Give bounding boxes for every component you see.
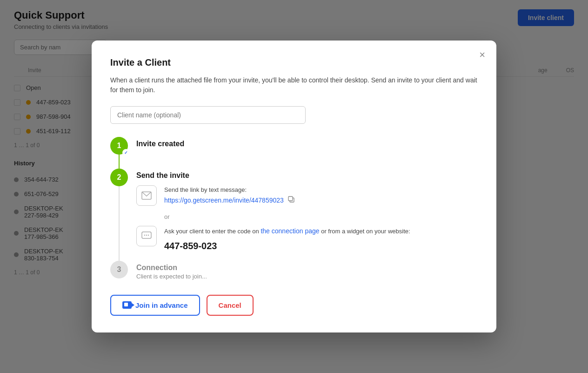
step-1-number: 1 [117, 142, 121, 150]
step-1-check: ✓ [122, 149, 130, 156]
close-button[interactable]: × [479, 50, 485, 60]
step-1: 1 ✓ Invite created [110, 137, 478, 169]
svg-rect-7 [124, 303, 128, 306]
step-1-title: Invite created [136, 140, 478, 148]
step-2-title: Send the invite [136, 171, 478, 180]
link-method-text: Send the link by text message: https://g… [164, 185, 294, 206]
email-icon [136, 185, 157, 206]
svg-point-5 [146, 235, 147, 236]
modal-description: When a client runs the attached file fro… [110, 75, 478, 95]
send-invite-content: Send the link by text message: https://g… [136, 185, 478, 253]
steps-container: 1 ✓ Invite created 2 Send [110, 137, 478, 280]
cancel-button[interactable]: Cancel [207, 295, 254, 316]
client-name-input[interactable] [110, 106, 306, 124]
step-3-content: Connection Client is expected to join... [136, 261, 478, 280]
step-3: 3 Connection Client is expected to join.… [110, 261, 478, 280]
code-method-text: Ask your client to enter the code on the… [164, 226, 410, 253]
step-3-number: 3 [117, 265, 121, 274]
step-3-indicator: 3 [110, 261, 128, 280]
connection-page-link[interactable]: the connection page [261, 227, 319, 235]
svg-point-4 [144, 235, 145, 236]
modal-footer: Join in advance Cancel [110, 295, 478, 316]
step-2-number: 2 [117, 173, 121, 182]
step-1-indicator: 1 ✓ [110, 137, 128, 169]
step-3-circle: 3 [110, 261, 128, 278]
chat-icon [136, 226, 157, 246]
svg-point-6 [148, 235, 149, 236]
step-1-circle: 1 ✓ [110, 137, 128, 155]
modal-overlay: × Invite a Client When a client runs the… [0, 0, 588, 373]
send-link-method: Send the link by text message: https://g… [136, 185, 478, 206]
step-1-content: Invite created [136, 137, 478, 169]
invite-url[interactable]: https://go.getscreen.me/invite/447859023 [164, 197, 284, 204]
invite-client-modal: × Invite a Client When a client runs the… [92, 41, 496, 332]
step-1-line [119, 155, 120, 169]
connection-subtitle: Client is expected to join... [136, 273, 478, 280]
step-2-indicator: 2 [110, 169, 128, 261]
step-2-content: Send the invite Send the link [136, 169, 478, 261]
invite-code: 447-859-023 [164, 238, 410, 253]
join-button-label: Join in advance [135, 301, 188, 309]
link-label: Send the link by text message: [164, 185, 294, 195]
svg-rect-2 [288, 197, 293, 201]
step-2-line [119, 186, 120, 261]
join-in-advance-button[interactable]: Join in advance [110, 295, 200, 316]
modal-title: Invite a Client [110, 57, 478, 68]
step-2-circle: 2 [110, 169, 128, 186]
or-divider: or [164, 213, 478, 220]
send-code-method: Ask your client to enter the code on the… [136, 226, 478, 253]
code-instruction: Ask your client to enter the code on the… [164, 226, 410, 237]
step-2: 2 Send the invite [110, 169, 478, 261]
invite-url-row: https://go.getscreen.me/invite/447859023 [164, 195, 294, 206]
step-3-title: Connection [136, 264, 478, 272]
copy-icon[interactable] [288, 196, 294, 203]
join-icon [122, 301, 132, 309]
